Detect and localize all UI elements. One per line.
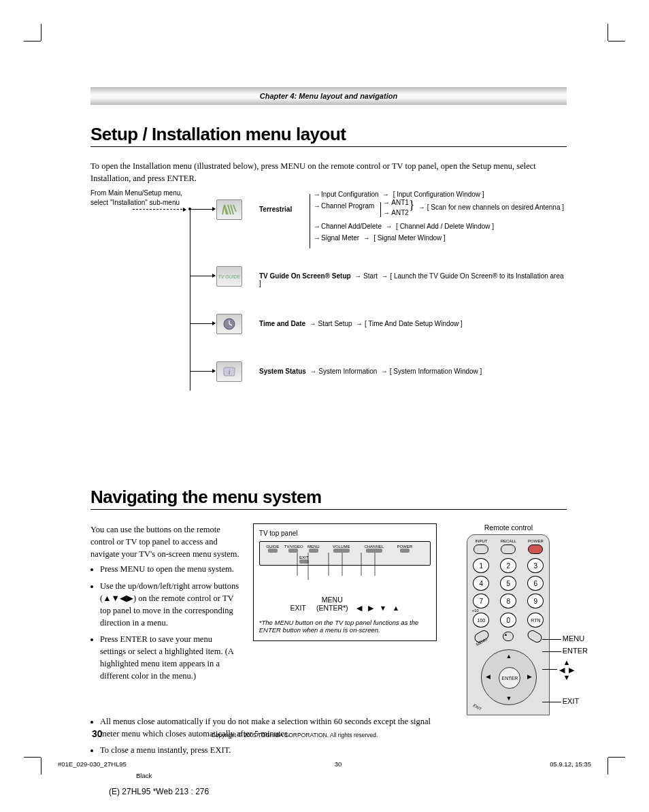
vertical-tree-line-icon xyxy=(190,210,190,391)
arrow-icon xyxy=(190,371,215,372)
bracket-icon xyxy=(310,194,310,248)
channel-add-label: Channel Add/Delete xyxy=(321,223,382,230)
input-config-label: Input Configuration xyxy=(321,191,379,198)
tv-panel-strip: GUIDE TV/VIDEO MENU VOLUME CHANNEL POWER… xyxy=(259,541,431,566)
info-icon: i xyxy=(216,361,242,382)
time-result-label: [ Time And Date Setup Window ] xyxy=(365,320,463,327)
system-start-label: System Information xyxy=(318,368,377,375)
watermark: (E) 27HL95 *Web 213 : 276 xyxy=(109,787,209,796)
page-number: 30 xyxy=(92,728,103,739)
nav-intro: You can use the buttons on the remote co… xyxy=(90,523,239,560)
dashed-arrow-icon xyxy=(133,209,186,210)
ant1-label: ANT1 xyxy=(391,199,409,206)
tvguide-icon: TV GUIDE xyxy=(216,266,242,287)
scan-note-label: [ Scan for new channels on desired Anten… xyxy=(427,204,564,211)
annot-exit: EXIT xyxy=(563,697,579,705)
tvguide-label: TV Guide On Screen® Setup xyxy=(259,272,351,280)
tv-top-panel-box: TV top panel GUIDE TV/VIDEO MENU VOLUME … xyxy=(253,523,437,641)
tv-panel-title: TV top panel xyxy=(259,530,431,537)
bullet-item: To close a menu instantly, press EXIT. xyxy=(100,744,433,756)
time-date-label: Time and Date xyxy=(259,320,305,327)
copyright: Copyright © 2005 TOSHIBA CORPORATION. Al… xyxy=(212,732,378,738)
divider xyxy=(90,509,567,510)
tvguide-start-label: Start xyxy=(363,272,378,280)
signal-meter-window-label: [ Signal Meter Window ] xyxy=(373,234,446,242)
panel-note: *The MENU button on the TV top panel fun… xyxy=(259,619,431,634)
svg-text:i: i xyxy=(228,368,230,376)
annot-dpad-icon: ▲ ◀ ▶ ▼ xyxy=(559,659,574,681)
terrestrial-label: Terrestrial xyxy=(259,206,292,213)
meta-line: #01E_029-030_27HL95 30 05.9.12, 15:35 xyxy=(58,760,591,768)
chapter-heading: Chapter 4: Menu layout and navigation xyxy=(90,87,567,105)
ant2-label: ANT2 xyxy=(391,209,409,216)
signal-meter-label: Signal Meter xyxy=(321,234,359,242)
panel-callout-labels: EXIT MENU (ENTER*) ◀ ▶ ▼ ▲ xyxy=(259,596,431,612)
channel-program-label: Channel Program xyxy=(321,202,374,210)
enter-button-icon: ENTER xyxy=(499,667,520,689)
annot-enter: ENTER xyxy=(563,647,588,655)
input-config-window-label: [ Input Configuration Window ] xyxy=(393,191,484,198)
bracket-icon xyxy=(380,202,381,217)
bullet-item: Press ENTER to save your menu settings o… xyxy=(100,633,239,683)
setup-intro: To open the Installation menu (illustrat… xyxy=(90,161,567,184)
installation-diagram: From Main Menu/Setup menu, select "Insta… xyxy=(90,189,567,413)
arrow-icon xyxy=(190,209,215,210)
channel-add-window-label: [ Channel Add / Delete Window ] xyxy=(396,223,494,230)
section-title-setup: Setup / Installation menu layout xyxy=(90,124,567,145)
system-status-label: System Status xyxy=(259,368,306,375)
arrow-icon xyxy=(190,276,215,276)
remote-title: Remote control xyxy=(450,523,567,532)
annot-menu: MENU xyxy=(563,634,584,643)
bullet-item: Press MENU to open the menu system. xyxy=(100,563,239,575)
meta-black: Black xyxy=(136,772,152,779)
bullet-item: Use the up/down/left/right arrow buttons… xyxy=(100,580,239,630)
from-main-menu-label: From Main Menu/Setup menu, select "Insta… xyxy=(90,189,193,207)
section-title-navigating: Navigating the menu system xyxy=(90,487,567,508)
terrestrial-icon xyxy=(216,199,242,220)
divider xyxy=(90,146,567,147)
arrow-icon xyxy=(190,323,215,324)
system-result-label: [ System Information Window ] xyxy=(390,368,482,375)
remote-illustration: Remote control INPUT RECALL POWER 123 45… xyxy=(450,523,567,715)
clock-icon xyxy=(216,314,242,334)
nav-bullets: Press MENU to open the menu system. Use … xyxy=(90,563,239,682)
time-start-label: Start Setup xyxy=(318,320,352,327)
